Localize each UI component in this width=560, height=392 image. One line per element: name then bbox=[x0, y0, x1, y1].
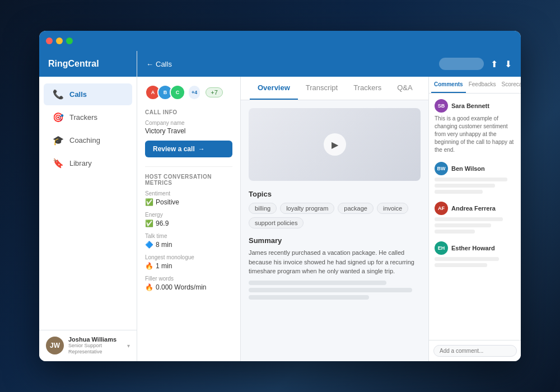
tab-next-steps[interactable]: Next steps bbox=[421, 77, 428, 100]
sidebar-item-calls[interactable]: 📞 Calls bbox=[44, 83, 132, 105]
metric-value: ✅ Positive bbox=[145, 198, 232, 206]
metric-item: Talk time 🔷 8 min bbox=[145, 233, 232, 249]
back-button[interactable]: ← Calls bbox=[146, 60, 172, 68]
summary-line bbox=[249, 295, 369, 300]
summary-lines bbox=[249, 281, 421, 300]
right-tab-feedbacks[interactable]: Feedbacks bbox=[466, 77, 499, 93]
comment-lines bbox=[435, 217, 515, 234]
play-button[interactable]: ▶ bbox=[324, 133, 346, 156]
tab-q&a[interactable]: Q&A bbox=[389, 77, 420, 100]
avatars-row: A B C +4 +7 bbox=[145, 85, 232, 100]
avatar: AF bbox=[435, 202, 448, 215]
sidebar-item-trackers[interactable]: 🎯 Trackers bbox=[44, 106, 132, 128]
topic-tag[interactable]: support policies bbox=[249, 217, 304, 228]
app-logo: RingCentral bbox=[39, 51, 137, 77]
tab-trackers[interactable]: Trackers bbox=[346, 77, 389, 100]
comment-line bbox=[435, 230, 475, 234]
titlebar bbox=[39, 31, 521, 51]
topics-section: Topics billingloyalty programpackageinvo… bbox=[249, 190, 421, 228]
topic-tag[interactable]: package bbox=[338, 203, 374, 214]
topbar-actions: ⬆ ⬇ bbox=[439, 58, 512, 70]
company-name-value: Victory Travel bbox=[145, 127, 232, 135]
metric-text: Positive bbox=[156, 198, 179, 206]
metric-icon: 🔷 bbox=[145, 241, 153, 249]
main-area: ← Calls ⬆ ⬇ A B C bbox=[137, 51, 521, 361]
avatar: SB bbox=[435, 99, 448, 113]
center-content: ▶ Topics billingloyalty programpackagein… bbox=[241, 100, 428, 361]
sidebar-user[interactable]: JW Joshua Williams Senior SupportReprese… bbox=[39, 330, 137, 361]
avatar: EH bbox=[435, 241, 448, 255]
comment-line bbox=[435, 217, 503, 221]
topic-tag[interactable]: invoice bbox=[377, 203, 408, 214]
search-bar bbox=[439, 58, 484, 70]
avatar-stack: A B C bbox=[145, 85, 185, 100]
commenter-name: Ben Wilson bbox=[451, 165, 485, 172]
minimize-button[interactable] bbox=[56, 38, 63, 44]
comment-lines bbox=[435, 178, 515, 194]
metric-value: 🔥 1 min bbox=[145, 262, 232, 270]
summary-line bbox=[249, 288, 412, 292]
library-icon: 🔖 bbox=[53, 158, 64, 169]
coaching-icon: 🎓 bbox=[53, 135, 64, 146]
center-panel: OverviewTranscriptTrackersQ&ANext steps … bbox=[241, 77, 428, 361]
maximize-button[interactable] bbox=[66, 38, 73, 44]
avatar: C bbox=[170, 85, 185, 100]
right-tab-comments[interactable]: Comments bbox=[431, 77, 466, 93]
comment-text: This is a good example of changing custo… bbox=[435, 115, 515, 154]
right-tab-scorecards[interactable]: Scorecards bbox=[499, 77, 521, 93]
avatar: JW bbox=[46, 337, 64, 354]
sidebar-item-coaching[interactable]: 🎓 Coaching bbox=[44, 129, 132, 151]
metric-value: 🔥 0.000 Words/min bbox=[145, 283, 232, 291]
metric-text: 96.9 bbox=[156, 220, 169, 227]
comment-item: AF Andrea Ferrera bbox=[435, 202, 515, 234]
metric-item: Sentiment ✅ Positive bbox=[145, 190, 232, 206]
metric-text: 1 min bbox=[156, 262, 172, 270]
metric-icon: 🔥 bbox=[145, 283, 153, 291]
metrics-label: HOST CONVERSATION METRICS bbox=[145, 174, 232, 186]
comment-item: EH Esther Howard bbox=[435, 241, 515, 267]
metric-value: ✅ 96.9 bbox=[145, 220, 232, 227]
company-name-label: Company name bbox=[145, 120, 232, 126]
comment-line bbox=[435, 190, 483, 194]
call-info-label: CALL INFO bbox=[145, 109, 232, 115]
comment-header: SB Sara Bennett bbox=[435, 99, 515, 113]
review-call-label: Review a call bbox=[153, 145, 195, 153]
summary-title: Summary bbox=[249, 236, 421, 245]
traffic-lights bbox=[46, 38, 73, 44]
comment-input[interactable] bbox=[433, 345, 517, 357]
metric-label: Energy bbox=[145, 212, 232, 218]
back-arrow-icon: ← bbox=[146, 60, 153, 68]
user-name: Joshua Williams bbox=[68, 336, 123, 343]
metrics-section: Sentiment ✅ Positive Energy ✅ 96.9 Talk … bbox=[145, 190, 232, 291]
content-area: A B C +4 +7 CALL INFO Company name Victo… bbox=[137, 77, 521, 361]
topic-tag[interactable]: billing bbox=[249, 203, 277, 214]
review-call-button[interactable]: Review a call → bbox=[145, 141, 232, 157]
comment-line bbox=[435, 263, 487, 267]
metric-item: Filler words 🔥 0.000 Words/min bbox=[145, 276, 232, 291]
download-icon[interactable]: ⬇ bbox=[505, 59, 512, 69]
topics-tags: billingloyalty programpackageinvoicesupp… bbox=[249, 203, 421, 228]
sidebar: RingCentral 📞 Calls🎯 Trackers🎓 Coaching🔖… bbox=[39, 51, 137, 361]
topic-tag[interactable]: loyalty program bbox=[280, 203, 334, 214]
tab-overview[interactable]: Overview bbox=[250, 77, 298, 100]
avatar: BW bbox=[435, 162, 448, 175]
topbar: ← Calls ⬆ ⬇ bbox=[137, 51, 521, 77]
summary-section: Summary James recently purchased a vacat… bbox=[249, 236, 421, 300]
tab-transcript[interactable]: Transcript bbox=[298, 77, 346, 100]
metric-label: Longest monologue bbox=[145, 254, 232, 260]
arrow-icon: → bbox=[198, 145, 205, 153]
chevron-down-icon: ▾ bbox=[127, 343, 130, 349]
user-role: Senior SupportRepresentative bbox=[68, 343, 123, 356]
share-icon[interactable]: ⬆ bbox=[491, 59, 498, 69]
close-button[interactable] bbox=[46, 38, 53, 44]
tabs-bar: OverviewTranscriptTrackersQ&ANext steps bbox=[241, 77, 428, 100]
sidebar-nav: 📞 Calls🎯 Trackers🎓 Coaching🔖 Library bbox=[39, 77, 137, 330]
topics-title: Topics bbox=[249, 190, 421, 198]
sidebar-item-library[interactable]: 🔖 Library bbox=[44, 152, 132, 174]
video-thumbnail[interactable]: ▶ bbox=[249, 108, 421, 181]
send-button[interactable]: ➤ bbox=[520, 347, 521, 356]
comment-input-area: ➤ bbox=[429, 340, 521, 361]
sidebar-item-label: Trackers bbox=[69, 113, 97, 122]
comment-header: AF Andrea Ferrera bbox=[435, 202, 515, 215]
trackers-icon: 🎯 bbox=[53, 112, 64, 123]
